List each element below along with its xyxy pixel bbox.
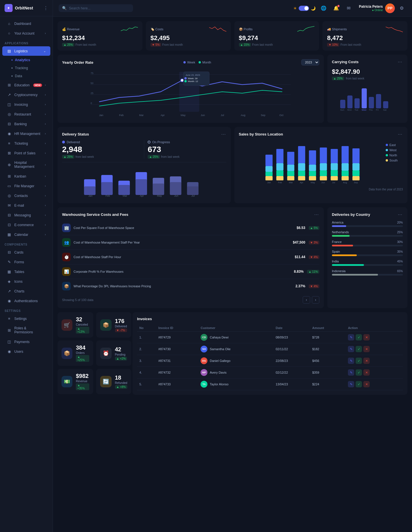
sidebar-item-charts[interactable]: ↗ Charts: [2, 286, 50, 296]
edit-button[interactable]: ✎: [348, 369, 354, 376]
delete-button[interactable]: ✕: [363, 358, 370, 364]
svg-text:Mon: Mon: [347, 109, 352, 111]
svg-rect-76: [298, 176, 305, 180]
warehousing-menu[interactable]: ⋯: [314, 212, 319, 217]
sidebar-item-restaurant[interactable]: ◎ Restaurant ›: [2, 109, 50, 119]
sidebar-item-ecommerce[interactable]: ⊡ E-commerce ›: [2, 220, 50, 230]
sidebar-item-invoicing[interactable]: ◫ Invoicing ›: [2, 100, 50, 109]
view-button[interactable]: ✓: [356, 346, 362, 352]
view-button[interactable]: ✓: [356, 334, 362, 340]
delete-button[interactable]: ✕: [363, 346, 370, 352]
sidebar-item-pos[interactable]: ⊠ Point of Sales ›: [2, 148, 50, 158]
roles-icon: ⊞: [7, 328, 11, 332]
globe-button[interactable]: 🌐: [319, 4, 328, 13]
notification-button[interactable]: 🔔 1: [332, 4, 341, 13]
wh-value-1: $47,500: [293, 240, 305, 244]
sidebar-item-banking[interactable]: ⊟ Banking ›: [2, 119, 50, 129]
sidebar-item-calendar[interactable]: ▦ Calendar ›: [2, 230, 50, 239]
ticketing-icon: ≡: [7, 141, 11, 146]
edit-button[interactable]: ✎: [348, 346, 354, 352]
delete-button[interactable]: ✕: [363, 334, 370, 340]
section-title-components: COMPONENTS: [0, 240, 53, 247]
year-select[interactable]: 202320222021: [301, 59, 319, 65]
sidebar-item-label: Contacts: [14, 194, 42, 198]
svg-rect-86: [330, 163, 338, 170]
view-button[interactable]: ✓: [356, 358, 362, 364]
wh-value-3: 8.83%: [294, 270, 304, 274]
pending-icon: ⏰: [100, 348, 112, 359]
mini-stat-refunded: 🔄 18 Refunded ▲ +8%: [96, 369, 131, 394]
invoice-id: #874731: [156, 355, 199, 367]
sidebar-item-cryptocurrency[interactable]: ↗ Cryptocurrency ›: [2, 90, 50, 99]
sidebar-item-hospital[interactable]: ⊕ Hospital Management ›: [2, 158, 50, 171]
sidebar-item-users[interactable]: ◉ Users: [2, 347, 50, 356]
mail-button[interactable]: ✉: [344, 4, 353, 13]
edit-button[interactable]: ✎: [348, 358, 354, 364]
sub-item-data[interactable]: Data: [0, 72, 53, 80]
delivered-value2: 176: [115, 318, 127, 324]
svg-rect-95: [352, 170, 359, 176]
search-wrapper[interactable]: 🔍: [59, 4, 133, 12]
theme-switch[interactable]: [299, 6, 309, 11]
delete-button[interactable]: ✕: [363, 381, 370, 387]
settings-button[interactable]: ⚙: [397, 4, 406, 13]
avatar[interactable]: PP: [385, 3, 395, 13]
delivery-sales-row: Delivery Status ⋯ Delivered 2,948 ▲ 25% …: [58, 127, 407, 203]
next-page-button[interactable]: ›: [312, 296, 319, 304]
sidebar-item-kanban[interactable]: ⊞ Kanban ›: [2, 172, 50, 181]
sidebar-item-hr[interactable]: ◉ HR Management ›: [2, 129, 50, 138]
crypto-icon: ↗: [7, 93, 11, 97]
svg-rect-47: [136, 179, 147, 195]
view-button[interactable]: ✓: [356, 369, 362, 376]
sidebar-item-email[interactable]: ✉ E-mail ›: [2, 201, 50, 210]
sidebar-item-settings[interactable]: ≡ Settings: [2, 314, 50, 323]
sidebar-item-dashboard[interactable]: ⌂ Dashboard: [2, 19, 50, 28]
sidebar-item-icons[interactable]: ◈ Icons: [2, 277, 50, 286]
delivered-info: 176 Delivered ▼ -7%: [115, 318, 127, 332]
sidebar-item-ticketing[interactable]: ≡ Ticketing ›: [2, 139, 50, 148]
auth-icon: ◉: [7, 299, 11, 303]
sidebar-item-tables[interactable]: ▦ Tables: [2, 267, 50, 276]
sidebar-item-education[interactable]: ⊞ Education NEW ›: [2, 80, 50, 90]
yearly-order-svg: 75 50 25 0 June 15, 20: [62, 69, 319, 117]
svg-text:Thu: Thu: [369, 109, 373, 111]
pending-value: 42: [115, 346, 127, 353]
sidebar-item-logistics[interactable]: ▤ Logistics ⌄: [2, 46, 50, 56]
logo-menu-dots[interactable]: ⋮: [43, 5, 48, 11]
delete-button[interactable]: ✕: [363, 369, 370, 376]
wh-icon-3: 📊: [62, 267, 71, 276]
sidebar-item-forms[interactable]: ✎ Forms: [2, 257, 50, 267]
svg-rect-45: [118, 185, 130, 195]
delivered-value: 2,948: [62, 145, 140, 154]
country-menu[interactable]: ⋯: [398, 212, 403, 217]
sidebar-item-payments[interactable]: ◫ Payments: [2, 337, 50, 346]
svg-rect-74: [298, 163, 305, 171]
sub-item-analytics[interactable]: Analytics: [0, 56, 53, 64]
sub-item-tracking[interactable]: Tracking: [0, 64, 53, 72]
table-row: 1. #874729 CD Cahaya Dewi 08/09/23 $728 …: [137, 332, 403, 343]
sidebar-item-filemanager[interactable]: ▭ File Manager ›: [2, 181, 50, 191]
svg-rect-78: [309, 165, 316, 171]
prev-page-button[interactable]: ‹: [303, 296, 310, 304]
sidebar-item-cards[interactable]: ⊟ Cards: [2, 248, 50, 257]
edit-button[interactable]: ✎: [348, 334, 354, 340]
delivery-menu[interactable]: ⋯: [221, 131, 226, 137]
sidebar-item-auth[interactable]: ◉ Authentications: [2, 296, 50, 306]
sidebar-item-your-account[interactable]: ○ Your Account ›: [2, 29, 50, 38]
search-input[interactable]: [69, 6, 130, 10]
icons-icon: ◈: [7, 279, 11, 284]
contacts-icon: ◎: [7, 194, 11, 198]
new-badge: NEW: [33, 83, 42, 87]
sales-menu[interactable]: ⋯: [398, 131, 403, 137]
sidebar-item-contacts[interactable]: ◎ Contacts ›: [2, 191, 50, 200]
sidebar-item-roles[interactable]: ⊞ Roles & Permissions: [2, 324, 50, 337]
delivered-icon: 📦: [100, 319, 112, 331]
sidebar-item-messaging[interactable]: ⊟ Messaging ›: [2, 210, 50, 220]
stat-badge: ▼ 10%: [327, 43, 339, 47]
refunded-label: Refunded: [115, 381, 127, 384]
carrying-costs-menu[interactable]: ⋯: [398, 59, 403, 65]
edit-button[interactable]: ✎: [348, 381, 354, 387]
view-button[interactable]: ✓: [356, 381, 362, 387]
sales-location-card: Sales by Stores Location ⋯: [234, 127, 408, 203]
svg-text:Sep: Sep: [354, 181, 358, 184]
